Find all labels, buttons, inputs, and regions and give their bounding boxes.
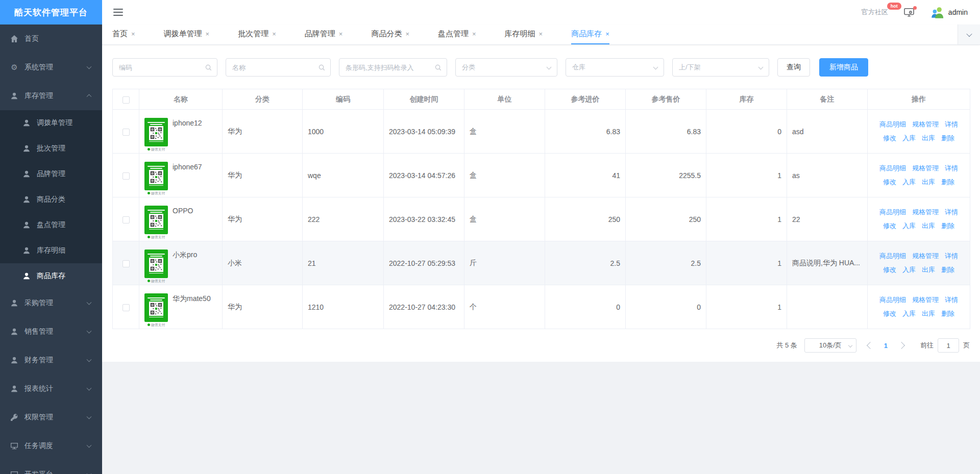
product-detail-link[interactable]: 商品明细 <box>879 251 906 261</box>
stock-in-link[interactable]: 入库 <box>902 133 916 143</box>
detail-link[interactable]: 详情 <box>945 163 958 173</box>
sidebar-item-purchase[interactable]: 采购管理 <box>0 289 102 317</box>
category-select[interactable]: 分类 <box>455 58 557 77</box>
spec-manage-link[interactable]: 规格管理 <box>912 251 939 261</box>
goto-page-input[interactable] <box>938 338 959 353</box>
spec-manage-link[interactable]: 规格管理 <box>912 295 939 305</box>
detail-link[interactable]: 详情 <box>945 295 958 305</box>
wechat-pay-caption: 微信支付 <box>151 235 165 239</box>
tab-product-stock[interactable]: 商品库存 × <box>571 24 609 44</box>
column-header: 创建时间 <box>384 89 464 110</box>
barcode-search-field <box>339 58 447 77</box>
page-size-select[interactable]: 10条/页 <box>804 338 856 353</box>
row-checkbox[interactable] <box>122 216 130 223</box>
tab-stocktake[interactable]: 盘点管理 × <box>438 24 476 44</box>
sidebar-item-home[interactable]: 首页 <box>0 24 102 53</box>
close-icon[interactable]: × <box>405 31 409 37</box>
chevron-down-icon <box>87 64 92 69</box>
stock-out-link[interactable]: 出库 <box>922 133 935 143</box>
edit-link[interactable]: 修改 <box>883 177 896 187</box>
tab-category[interactable]: 商品分类 × <box>371 24 409 44</box>
edit-link[interactable]: 修改 <box>883 265 896 275</box>
delete-link[interactable]: 删除 <box>941 133 954 143</box>
sidebar-item-batch[interactable]: 批次管理 <box>0 136 102 161</box>
edit-link[interactable]: 修改 <box>883 133 896 143</box>
sidebar-item-product-stock[interactable]: 商品库存 <box>0 263 102 289</box>
tab-home[interactable]: 首页 × <box>112 24 135 44</box>
close-icon[interactable]: × <box>472 31 476 37</box>
sidebar-item-system[interactable]: ⚙ 系统管理 <box>0 53 102 82</box>
row-checkbox[interactable] <box>122 304 130 311</box>
select-all-checkbox[interactable] <box>122 96 130 104</box>
sidebar-item-category[interactable]: 商品分类 <box>0 187 102 212</box>
close-icon[interactable]: × <box>605 31 609 37</box>
stock-in-link[interactable]: 入库 <box>902 221 916 231</box>
close-icon[interactable]: × <box>206 31 210 37</box>
sidebar-item-inventory[interactable]: 库存管理 <box>0 82 102 110</box>
sidebar-item-permissions[interactable]: 权限管理 <box>0 403 102 432</box>
edit-link[interactable]: 修改 <box>883 221 896 231</box>
search-button[interactable]: 查询 <box>777 58 810 77</box>
sidebar-item-sales[interactable]: 销售管理 <box>0 317 102 346</box>
warehouse-select[interactable]: 仓库 <box>566 58 664 77</box>
official-community-link[interactable]: 官方社区 hot <box>862 8 888 17</box>
sidebar-item-brand[interactable]: 品牌管理 <box>0 161 102 187</box>
edit-link[interactable]: 修改 <box>883 309 896 319</box>
sidebar-item-finance[interactable]: 财务管理 <box>0 346 102 375</box>
spec-manage-link[interactable]: 规格管理 <box>912 119 939 130</box>
prev-page-button[interactable] <box>867 342 874 349</box>
close-icon[interactable]: × <box>539 31 543 37</box>
stock-in-link[interactable]: 入库 <box>902 177 916 187</box>
user-icon <box>22 221 31 229</box>
close-icon[interactable]: × <box>272 31 276 37</box>
sidebar-item-dev-platform[interactable]: 开发平台 <box>0 460 102 474</box>
stock-out-link[interactable]: 出库 <box>922 309 935 319</box>
delete-link[interactable]: 删除 <box>941 177 954 187</box>
tab-batch[interactable]: 批次管理 × <box>238 24 276 44</box>
detail-link[interactable]: 详情 <box>945 207 958 217</box>
stock-in-link[interactable]: 入库 <box>902 265 916 275</box>
page-number-1[interactable]: 1 <box>880 342 892 350</box>
add-product-button[interactable]: 新增商品 <box>819 58 868 77</box>
hamburger-menu-icon[interactable] <box>113 9 123 16</box>
shelf-status-select[interactable]: 上/下架 <box>672 58 769 77</box>
tab-stock-detail[interactable]: 库存明细 × <box>505 24 543 44</box>
product-detail-link[interactable]: 商品明细 <box>879 207 906 217</box>
product-detail-link[interactable]: 商品明细 <box>879 163 906 173</box>
name-search-input[interactable] <box>226 59 330 76</box>
code-search-input[interactable] <box>113 59 217 76</box>
sidebar-item-stocktake[interactable]: 盘点管理 <box>0 212 102 238</box>
sidebar-item-reports[interactable]: 报表统计 <box>0 375 102 403</box>
sidebar-item-label: 采购管理 <box>24 298 53 308</box>
user-menu[interactable]: admin <box>930 5 968 19</box>
stock-out-link[interactable]: 出库 <box>922 177 935 187</box>
sidebar-item-transfer-orders[interactable]: 调拨单管理 <box>0 110 102 136</box>
sidebar-item-task-scheduler[interactable]: 任务调度 <box>0 432 102 460</box>
stock-out-link[interactable]: 出库 <box>922 221 935 231</box>
barcode-search-input[interactable] <box>339 59 447 76</box>
tab-transfer-orders[interactable]: 调拨单管理 × <box>164 24 210 44</box>
product-detail-link[interactable]: 商品明细 <box>879 119 906 130</box>
stock-in-link[interactable]: 入库 <box>902 309 916 319</box>
tab-brand[interactable]: 品牌管理 × <box>305 24 343 44</box>
delete-link[interactable]: 删除 <box>941 265 954 275</box>
close-icon[interactable]: × <box>339 31 343 37</box>
next-page-button[interactable] <box>898 342 905 349</box>
product-detail-link[interactable]: 商品明细 <box>879 295 906 305</box>
filter-bar: 分类 仓库 上/下架 查询 新增商品 <box>112 58 970 77</box>
sidebar-item-stock-detail[interactable]: 库存明细 <box>0 238 102 263</box>
delete-link[interactable]: 删除 <box>941 309 954 319</box>
close-icon[interactable]: × <box>131 31 135 37</box>
row-checkbox[interactable] <box>122 260 130 267</box>
detail-link[interactable]: 详情 <box>945 251 958 261</box>
detail-link[interactable]: 详情 <box>945 119 958 130</box>
screen-settings-icon[interactable] <box>903 8 915 17</box>
row-checkbox[interactable] <box>122 172 130 180</box>
delete-link[interactable]: 删除 <box>941 221 954 231</box>
stock-out-link[interactable]: 出库 <box>922 265 935 275</box>
spec-manage-link[interactable]: 规格管理 <box>912 207 939 217</box>
row-checkbox[interactable] <box>122 129 130 136</box>
cell-created: 2023-03-14 05:09:39 <box>384 110 464 154</box>
spec-manage-link[interactable]: 规格管理 <box>912 163 939 173</box>
tab-overflow-button[interactable] <box>958 24 980 44</box>
